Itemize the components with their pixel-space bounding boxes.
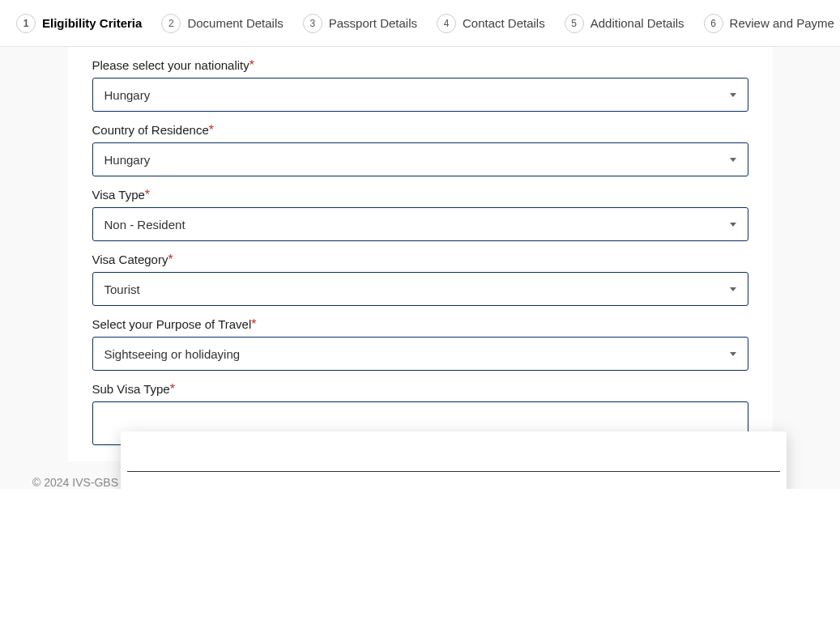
- label-visa-type: Visa Type*: [92, 188, 151, 202]
- label-sub-visa-type: Sub Visa Type*: [92, 382, 175, 397]
- tab-label: Review and Payme: [730, 16, 834, 30]
- required-marker: *: [251, 317, 256, 331]
- field-visa-type: Visa Type* Non - Resident: [92, 176, 748, 241]
- chevron-down-icon: [730, 223, 736, 227]
- tab-label: Passport Details: [329, 16, 417, 30]
- tab-label: Contact Details: [463, 16, 545, 30]
- chevron-down-icon: [730, 158, 736, 162]
- label-text: Visa Type: [92, 188, 145, 202]
- select-value: Sightseeing or holidaying: [104, 347, 730, 361]
- field-purpose: Select your Purpose of Travel* Sightseei…: [92, 306, 748, 371]
- select-value: Hungary: [104, 153, 730, 167]
- eligibility-form: Please select your nationality* Hungary …: [68, 47, 773, 461]
- required-marker: *: [168, 253, 173, 266]
- field-visa-category: Visa Category* Tourist: [92, 241, 748, 306]
- step-number: 3: [303, 14, 322, 33]
- label-text: Sub Visa Type: [92, 382, 170, 396]
- step-number: 5: [565, 14, 584, 33]
- tab-eligibility-criteria[interactable]: 1 Eligibility Criteria: [6, 0, 151, 46]
- dropdown-option[interactable]: 2 Years Multiple Entry Visitor Visa - To…: [121, 480, 787, 489]
- dropdown-sub-visa-type: 2 Years Multiple Entry Visitor Visa - To…: [121, 431, 787, 489]
- progress-tabs: 1 Eligibility Criteria 2 Document Detail…: [0, 0, 840, 47]
- tab-label: Additional Details: [591, 16, 684, 30]
- select-value: Hungary: [104, 88, 730, 102]
- label-text: Visa Category: [92, 253, 168, 266]
- label-text: Please select your nationality: [92, 58, 249, 72]
- field-nationality: Please select your nationality* Hungary: [92, 47, 748, 112]
- label-nationality: Please select your nationality*: [92, 58, 255, 73]
- tab-review-payment[interactable]: 6 Review and Payme: [694, 0, 840, 46]
- select-visa-category[interactable]: Tourist: [92, 272, 748, 306]
- field-residence: Country of Residence* Hungary: [92, 112, 748, 176]
- step-number: 2: [161, 14, 181, 33]
- select-visa-type[interactable]: Non - Resident: [92, 207, 748, 241]
- label-residence: Country of Residence*: [92, 123, 214, 138]
- select-residence[interactable]: Hungary: [92, 142, 748, 176]
- label-purpose: Select your Purpose of Travel*: [92, 317, 257, 332]
- required-marker: *: [209, 123, 214, 137]
- label-text: Select your Purpose of Travel: [92, 317, 252, 331]
- step-number: 4: [437, 14, 456, 33]
- tab-label: Eligibility Criteria: [42, 16, 142, 30]
- tab-contact-details[interactable]: 4 Contact Details: [427, 0, 555, 46]
- label-visa-category: Visa Category*: [92, 253, 173, 267]
- required-marker: *: [249, 58, 254, 72]
- dropdown-option-blank[interactable]: [127, 438, 780, 472]
- required-marker: *: [170, 382, 175, 396]
- select-value: Non - Resident: [104, 218, 730, 231]
- step-number: 6: [704, 14, 723, 33]
- step-number: 1: [16, 14, 36, 33]
- tab-passport-details[interactable]: 3 Passport Details: [293, 0, 427, 46]
- chevron-down-icon: [730, 287, 736, 291]
- select-value: Tourist: [104, 282, 730, 296]
- required-marker: *: [145, 188, 150, 202]
- tab-label: Document Details: [187, 16, 283, 30]
- chevron-down-icon: [730, 352, 736, 356]
- label-text: Country of Residence: [92, 123, 209, 137]
- form-background: Please select your nationality* Hungary …: [0, 47, 840, 489]
- chevron-down-icon: [730, 93, 736, 97]
- tab-additional-details[interactable]: 5 Additional Details: [555, 0, 694, 46]
- select-purpose[interactable]: Sightseeing or holidaying: [92, 337, 748, 371]
- tab-document-details[interactable]: 2 Document Details: [151, 0, 292, 46]
- select-nationality[interactable]: Hungary: [92, 78, 748, 112]
